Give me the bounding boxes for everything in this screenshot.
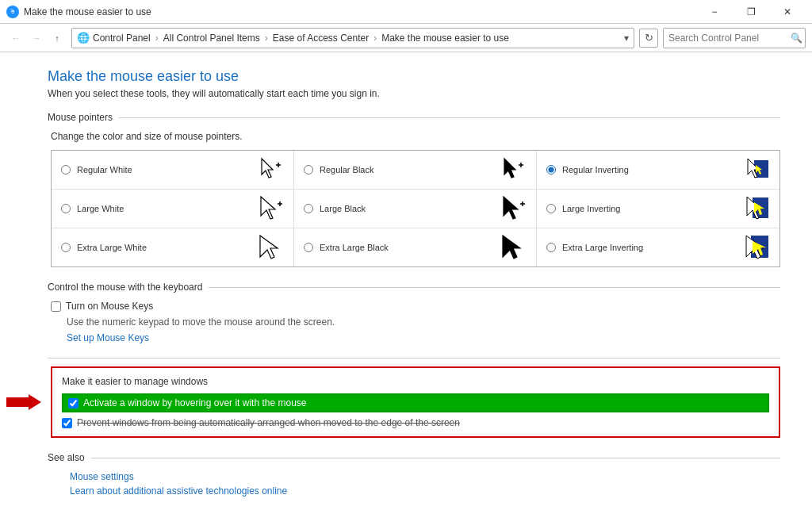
mouse-keys-checkbox-label: Turn on Mouse Keys	[66, 301, 153, 312]
svg-marker-18	[260, 236, 278, 259]
mouse-pointers-desc: Change the color and size of mouse point…	[51, 131, 780, 142]
crumb-3: Ease of Access Center	[273, 33, 369, 44]
red-arrow-annotation	[6, 394, 41, 410]
search-icon: 🔍	[791, 33, 802, 44]
address-dropdown-icon[interactable]: ▾	[624, 33, 629, 44]
cursor-icon-ri	[745, 157, 770, 182]
assistive-tech-link[interactable]: Learn about additional assistive technol…	[70, 485, 780, 497]
main-container: Make the mouse easier to use When you se…	[0, 52, 812, 510]
window-title: Make the mouse easier to use	[24, 6, 151, 17]
manage-windows-section: Make it easier to manage windows Activat…	[48, 358, 780, 438]
manage-windows-title: Make it easier to manage windows	[62, 376, 769, 387]
pointer-regular-white[interactable]: Regular White	[52, 151, 294, 190]
svg-marker-19	[503, 236, 520, 259]
pointer-regular-inverting[interactable]: Regular Inverting	[537, 151, 779, 190]
radio-large-white[interactable]	[61, 204, 71, 213]
cursor-icon-rb	[501, 157, 527, 182]
mouse-keys-helper: Use the numeric keypad to move the mouse…	[67, 316, 780, 328]
cursor-icon-lb	[501, 196, 527, 221]
windows-section: Make it easier to manage windows Activat…	[51, 366, 780, 438]
see-also-links: Mouse settings Learn about additional as…	[51, 471, 780, 497]
manage-windows-header	[48, 358, 780, 359]
cursor-icon-xlw	[259, 235, 284, 260]
activate-window-row: Activate a window by hovering over it wi…	[62, 393, 769, 412]
pointer-regular-black[interactable]: Regular Black	[294, 151, 537, 190]
mouse-keys-checkbox[interactable]	[51, 301, 61, 312]
radio-large-inverting[interactable]	[546, 204, 556, 213]
back-button[interactable]: ←	[6, 29, 25, 48]
crumb-4: Make the mouse easier to use	[381, 33, 509, 44]
page-title: Make the mouse easier to use	[48, 68, 780, 85]
radio-xlarge-black[interactable]	[304, 243, 313, 252]
title-bar: 🖱 Make the mouse easier to use − ❐ ✕	[0, 0, 812, 24]
search-input[interactable]	[668, 33, 787, 44]
page-subtitle: When you select these tools, they will a…	[48, 88, 780, 99]
pointer-large-black[interactable]: Large Black	[294, 190, 537, 228]
window-controls: − ❐ ✕	[696, 0, 806, 24]
cursor-icon-li	[745, 196, 770, 221]
cursor-icon-rw	[259, 157, 284, 182]
radio-large-black[interactable]	[304, 204, 313, 213]
prevent-checkbox[interactable]	[62, 418, 72, 428]
globe-icon: 🌐	[77, 32, 90, 44]
mouse-keys-label: Control the mouse with the keyboard	[48, 282, 202, 293]
mouse-settings-link[interactable]: Mouse settings	[70, 471, 780, 482]
prevent-label: Prevent windows from being automatically…	[77, 417, 460, 428]
radio-regular-black[interactable]	[304, 165, 313, 174]
mouse-keys-checkbox-row: Turn on Mouse Keys	[51, 301, 780, 312]
svg-marker-12	[504, 197, 518, 219]
radio-xlarge-white[interactable]	[61, 243, 71, 252]
pointer-xlarge-white[interactable]: Extra Large White	[52, 228, 294, 267]
pointer-xlarge-inverting[interactable]: Extra Large Inverting	[537, 228, 779, 267]
minimize-button[interactable]: −	[696, 0, 733, 24]
up-button[interactable]: ↑	[48, 29, 67, 48]
arrow-head	[29, 394, 41, 410]
pointer-large-inverting[interactable]: Large Inverting	[537, 190, 779, 228]
pointer-grid: Regular White Regular Black Regular Inve…	[51, 150, 780, 267]
cursor-icon-xlb	[501, 235, 527, 260]
see-also-section: See also Mouse settings Learn about addi…	[48, 452, 780, 497]
activate-window-label: Activate a window by hovering over it wi…	[83, 397, 306, 408]
crumb-2: All Control Panel Items	[163, 33, 260, 44]
svg-marker-9	[261, 197, 275, 219]
see-also-header: See also	[48, 452, 780, 463]
radio-regular-white[interactable]	[61, 165, 71, 174]
prevent-row: Prevent windows from being automatically…	[62, 417, 769, 428]
svg-marker-0	[262, 159, 273, 178]
cursor-icon-lw	[259, 196, 284, 221]
forward-button[interactable]: →	[27, 29, 46, 48]
activate-window-checkbox[interactable]	[68, 398, 79, 408]
mouse-pointers-header: Mouse pointers	[48, 112, 780, 123]
pointer-xlarge-black[interactable]: Extra Large Black	[294, 228, 537, 267]
radio-regular-inverting[interactable]	[546, 165, 556, 174]
content-area: Make the mouse easier to use When you se…	[0, 52, 812, 510]
cursor-icon-xli	[745, 235, 770, 260]
restore-button[interactable]: ❐	[733, 0, 769, 24]
pointer-large-white[interactable]: Large White	[52, 190, 294, 228]
nav-buttons: ← → ↑	[6, 29, 67, 48]
arrow-shaft	[6, 397, 29, 407]
mouse-pointers-section: Mouse pointers Change the color and size…	[48, 112, 780, 267]
see-also-label: See also	[48, 452, 85, 463]
mouse-keys-section: Control the mouse with the keyboard Turn…	[48, 282, 780, 343]
setup-mouse-keys-link[interactable]: Set up Mouse Keys	[67, 332, 780, 343]
close-button[interactable]: ✕	[769, 0, 806, 24]
address-bar: ← → ↑ 🌐 Control Panel › All Control Pane…	[0, 24, 812, 52]
mouse-keys-header: Control the mouse with the keyboard	[48, 282, 780, 293]
radio-xlarge-inverting[interactable]	[546, 243, 556, 252]
refresh-button[interactable]: ↻	[639, 29, 658, 48]
mouse-pointers-label: Mouse pointers	[48, 112, 113, 123]
search-box[interactable]: 🔍	[663, 28, 806, 48]
crumb-1: Control Panel	[93, 33, 151, 44]
address-box[interactable]: 🌐 Control Panel › All Control Panel Item…	[71, 28, 634, 48]
window-icon: 🖱	[6, 6, 19, 18]
svg-marker-3	[504, 159, 515, 178]
